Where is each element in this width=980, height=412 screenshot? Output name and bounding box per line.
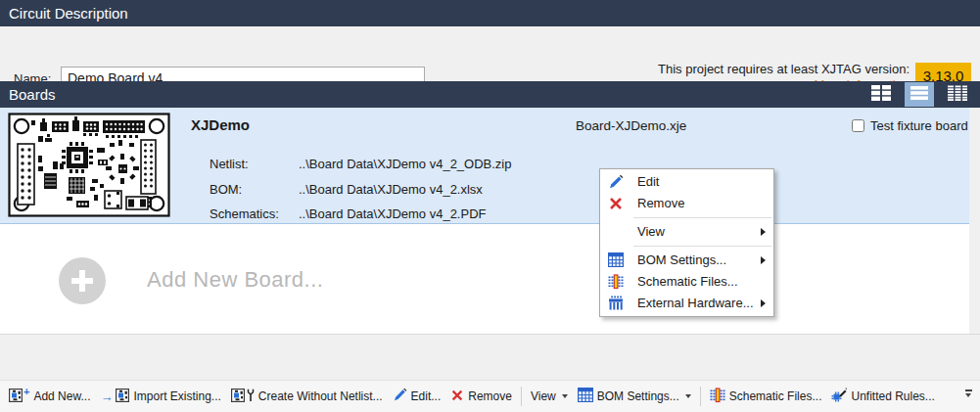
circuit-description-panel: Circuit Description Name: This project r… [0,0,980,412]
bom-row: BOM: ..\Board Data\XJDemo v4_2.xlsx [210,182,483,197]
add-new-board-button[interactable]: Add New Board... [0,224,969,334]
import-arrow-icon: → [100,389,113,404]
x-icon [450,389,464,405]
view-mode-buttons [866,82,972,107]
x-icon [608,196,624,211]
toolbar-remove-label: Remove [468,389,512,403]
toolbar-overflow-button[interactable] [961,389,975,403]
test-fixture-label: Test fixture board [870,118,968,133]
bom-path: ..\Board Data\XJDemo v4_2.xlsx [299,182,483,197]
detail-view-button[interactable] [943,82,972,107]
plus-circle-icon [59,257,106,304]
submenu-arrow-icon [761,228,766,236]
netlist-row: Netlist: ..\Board Data\XJDemo v4_2_ODB.z… [210,157,512,171]
toolbar-import-existing-button[interactable]: → Import Existing... [95,386,225,408]
board-context-menu: Edit Remove View [599,168,774,317]
scrollbar-track[interactable] [969,108,980,334]
schematic-icon [608,274,624,290]
toolbar-bom-settings-button[interactable]: BOM Settings... [573,385,696,408]
schematic-icon [710,388,725,406]
toolbar-schematic-files-label: Schematic Files... [729,389,822,403]
schematics-label: Schematics: [210,206,299,221]
tile-view-button[interactable] [866,82,896,107]
board-thumbnail [8,113,170,221]
board-name: XJDemo [191,116,250,133]
test-fixture-checkbox-group: Test fixture board [852,118,968,133]
bottom-panel [0,334,980,380]
menu-item-external-hardware-label: External Hardware... [637,296,754,310]
wrench-icon [247,389,255,405]
tile-view-icon [870,85,892,105]
toolbar-add-new-label: Add New... [33,389,90,403]
pencil-icon [393,388,407,405]
menu-separator [633,246,771,247]
toolbar-unfitted-rules-label: Unfitted Rules... [851,389,934,403]
menu-item-schematic-files[interactable]: Schematic Files... [600,271,773,293]
menu-item-edit-label: Edit [637,174,659,189]
overflow-icon [965,389,972,391]
toolbar-bom-settings-label: BOM Settings... [597,389,679,403]
submenu-arrow-icon [761,256,766,264]
unfitted-rules-icon [831,388,847,405]
toolbar-edit-button[interactable]: Edit... [388,385,446,408]
board-row-xjdemo[interactable]: XJDemo Board-XJDemo.xje Test fixture boa… [0,108,969,224]
menu-item-remove-label: Remove [637,196,684,210]
toolbar-separator [521,387,522,406]
netlist-path: ..\Board Data\XJDemo v4_2_ODB.zip [299,157,512,171]
dropdown-arrow-icon [685,394,691,398]
pencil-icon [608,174,624,190]
detail-view-icon [947,85,968,105]
menu-item-edit[interactable]: Edit [600,171,773,193]
project-header-area: Name: This project requires at least XJT… [0,26,980,81]
menu-item-bom-settings-label: BOM Settings... [637,252,726,267]
boards-toolbar: + Add New... → Import Existing... [0,380,980,412]
test-fixture-checkbox[interactable] [852,119,864,132]
toolbar-separator [700,387,701,406]
plus-badge-icon: + [23,386,29,397]
menu-item-view[interactable]: View [600,221,773,243]
panel-title: Circuit Description [9,5,128,22]
menu-item-external-hardware[interactable]: External Hardware... [600,293,773,314]
menu-item-bom-settings[interactable]: BOM Settings... [600,250,773,271]
toolbar-create-without-netlist-label: Create Without Netlist... [258,389,383,403]
menu-item-view-label: View [637,224,665,239]
toolbar-edit-label: Edit... [411,389,442,403]
version-requirement-text: This project requires at least XJTAG ver… [658,62,910,77]
board-project-file: Board-XJDemo.xje [576,118,686,133]
board-import-icon [116,389,129,405]
boards-section-bar: Boards [0,81,980,108]
table-icon [608,252,624,268]
toolbar-view-label: View [531,389,556,403]
toolbar-remove-button[interactable]: Remove [445,386,517,408]
menu-item-remove[interactable]: Remove [600,193,773,214]
dropdown-arrow-icon [562,394,568,398]
menu-item-schematic-files-label: Schematic Files... [637,274,738,289]
add-new-board-label: Add New Board... [147,267,323,293]
list-view-icon [910,85,929,105]
netlist-label: Netlist: [210,157,299,171]
schematics-row: Schematics: ..\Board Data\XJDemo v4_2.PD… [210,206,486,221]
toolbar-unfitted-rules-button[interactable]: Unfitted Rules... [826,385,939,408]
schematics-path: ..\Board Data\XJDemo v4_2.PDF [299,206,486,221]
hardware-icon [608,296,624,311]
toolbar-view-button[interactable]: View [526,387,573,406]
boards-section-title: Boards [9,86,56,103]
toolbar-import-existing-label: Import Existing... [133,389,220,403]
boards-list: XJDemo Board-XJDemo.xje Test fixture boa… [0,108,969,334]
toolbar-schematic-files-button[interactable]: Schematic Files... [705,385,827,409]
toolbar-create-without-netlist-button[interactable]: Create Without Netlist... [226,386,388,408]
bom-label: BOM: [210,182,299,197]
table-icon [578,388,593,405]
board-add-icon [9,389,23,405]
submenu-arrow-icon [761,299,766,307]
board-create-icon [231,389,245,405]
toolbar-add-new-button[interactable]: + Add New... [4,386,95,408]
menu-separator [633,217,771,218]
overflow-icon [965,393,971,397]
list-view-button[interactable] [905,82,934,107]
panel-title-bar: Circuit Description [0,0,980,26]
